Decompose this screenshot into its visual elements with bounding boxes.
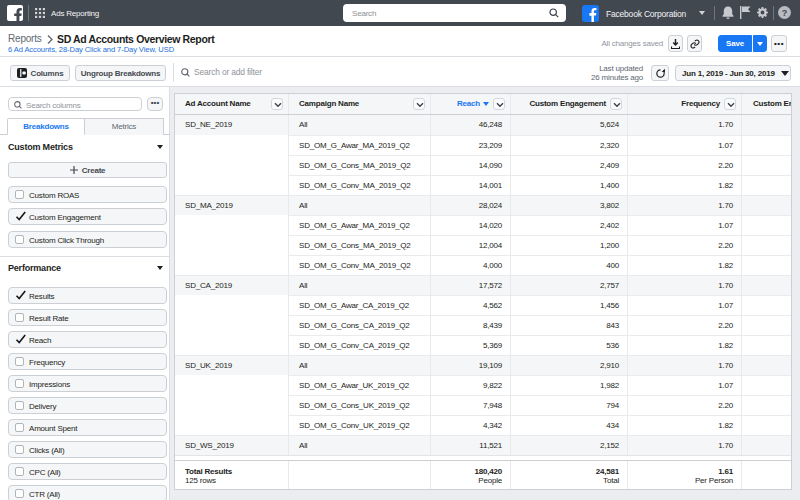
svg-text:?: ? bbox=[782, 8, 788, 18]
